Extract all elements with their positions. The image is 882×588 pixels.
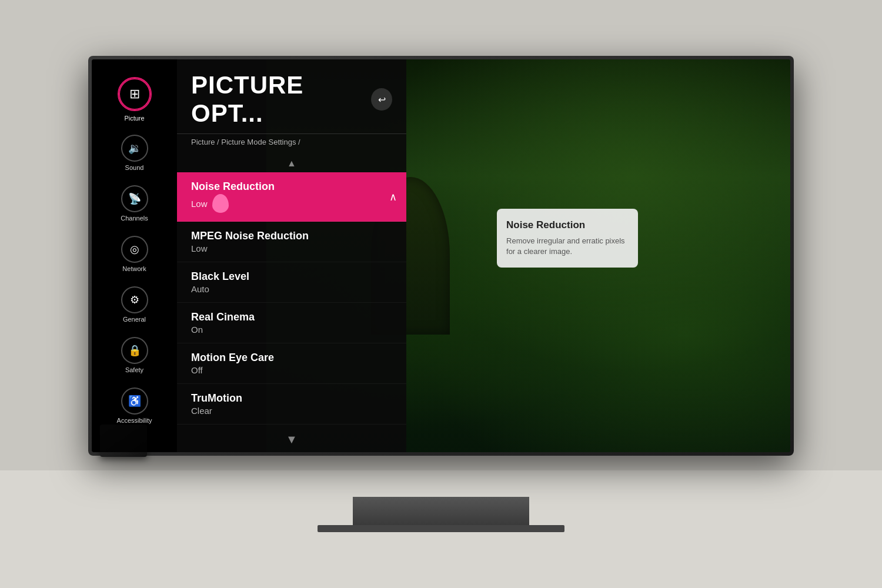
breadcrumb: Picture / Picture Mode Settings /: [177, 134, 406, 155]
menu-item-noise-reduction[interactable]: Noise Reduction Low ∧: [177, 172, 406, 222]
channels-icon: 📡: [121, 185, 148, 212]
general-icon: ⚙: [121, 286, 148, 313]
black-level-value: Auto: [191, 284, 392, 294]
menu-list: ▲ Noise Reduction Low ∧: [177, 155, 406, 452]
channels-label: Channels: [121, 215, 148, 222]
menu-panel: PICTURE OPT... ↩ Picture / Picture Mode …: [177, 59, 406, 452]
pink-dot-indicator: [212, 194, 229, 213]
sidebar-item-sound[interactable]: 🔉 Sound: [92, 130, 177, 176]
tooltip-description: Remove irregular and erratic pixels for …: [506, 236, 629, 257]
tv-wrapper: ⊞ Picture 🔉 Sound 📡 Channels: [88, 56, 794, 497]
trumotion-value: Clear: [191, 406, 392, 416]
menu-item-real-cinema[interactable]: Real Cinema On: [177, 303, 406, 343]
menu-item-mpeg-noise-reduction[interactable]: MPEG Noise Reduction Low: [177, 222, 406, 262]
sidebar-item-picture[interactable]: ⊞: [118, 77, 152, 111]
sound-label: Sound: [125, 164, 144, 171]
noise-reduction-value: Low: [191, 194, 392, 213]
scroll-up-button[interactable]: ▲: [177, 155, 406, 172]
sidebar: ⊞ Picture 🔉 Sound 📡 Channels: [92, 59, 177, 452]
sidebar-item-accessibility[interactable]: ♿ Accessibility: [92, 383, 177, 429]
screen-content: ⊞ Picture 🔉 Sound 📡 Channels: [92, 59, 790, 452]
menu-item-trumotion[interactable]: TruMotion Clear: [177, 384, 406, 425]
tv-screen: ⊞ Picture 🔉 Sound 📡 Channels: [92, 59, 790, 452]
network-label: Network: [122, 265, 146, 272]
menu-item-motion-eye-care[interactable]: Motion Eye Care Off: [177, 343, 406, 384]
noise-reduction-label: Noise Reduction: [191, 181, 392, 193]
back-button[interactable]: ↩: [371, 88, 392, 111]
safety-icon: 🔒: [121, 337, 148, 364]
motion-eye-care-value: Off: [191, 365, 392, 375]
trumotion-label: TruMotion: [191, 392, 392, 405]
tv-bezel: ⊞ Picture 🔉 Sound 📡 Channels: [88, 56, 794, 456]
tooltip-title: Noise Reduction: [506, 219, 629, 231]
sidebar-item-general[interactable]: ⚙ General: [92, 282, 177, 328]
picture-label: Picture: [124, 115, 144, 122]
safety-label: Safety: [125, 366, 143, 373]
menu-title: PICTURE OPT...: [191, 71, 371, 128]
sound-icon: 🔉: [121, 135, 148, 162]
accessibility-label: Accessibility: [117, 417, 152, 424]
menu-header: PICTURE OPT... ↩: [177, 59, 406, 134]
accessibility-icon: ♿: [121, 387, 148, 415]
tv-stand: [353, 497, 529, 532]
menu-items-container: Noise Reduction Low ∧ MPEG Noise Reducti…: [177, 172, 406, 427]
real-cinema-value: On: [191, 325, 392, 335]
mpeg-noise-reduction-label: MPEG Noise Reduction: [191, 230, 392, 242]
tooltip-box: Noise Reduction Remove irregular and err…: [497, 209, 638, 268]
motion-eye-care-label: Motion Eye Care: [191, 352, 392, 364]
general-label: General: [123, 316, 146, 323]
real-cinema-label: Real Cinema: [191, 311, 392, 323]
menu-item-black-level[interactable]: Black Level Auto: [177, 262, 406, 303]
mpeg-noise-reduction-value: Low: [191, 243, 392, 253]
chevron-up-icon: ∧: [389, 191, 397, 203]
network-icon: ◎: [121, 236, 148, 263]
picture-icon: ⊞: [119, 78, 151, 110]
black-level-label: Black Level: [191, 270, 392, 283]
sidebar-item-channels[interactable]: 📡 Channels: [92, 181, 177, 226]
scroll-down-button[interactable]: ▼: [177, 427, 406, 452]
sidebar-item-network[interactable]: ◎ Network: [92, 231, 177, 277]
sidebar-item-safety[interactable]: 🔒 Safety: [92, 332, 177, 378]
